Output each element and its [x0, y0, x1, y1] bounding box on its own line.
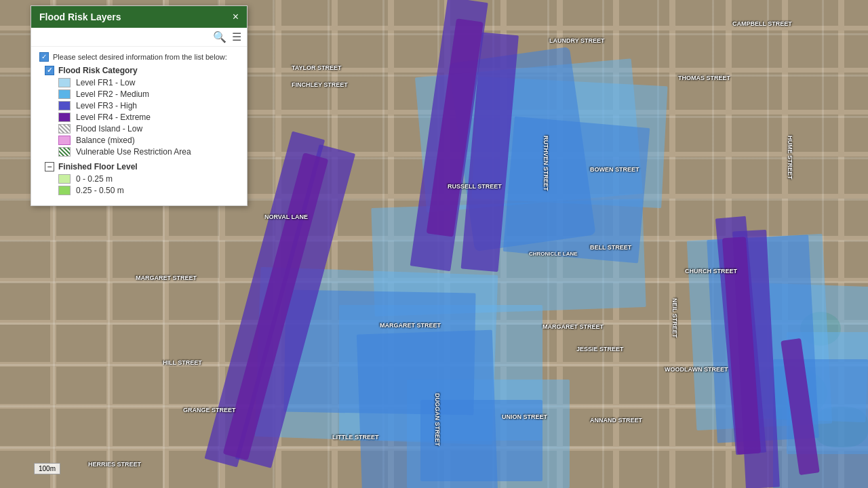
legend-item-fr3: Level FR3 - High: [58, 101, 239, 110]
legend-item-flood-island: Flood Island - Low: [58, 124, 239, 134]
fr2-label: Level FR2 - Medium: [76, 89, 149, 99]
ffl2-swatch: [58, 186, 71, 195]
balance-label: Balance (mixed): [76, 136, 135, 145]
fr2-swatch: [58, 89, 71, 99]
fr3-swatch: [58, 101, 71, 110]
ffl-category-label: Finished Floor Level: [58, 162, 138, 171]
flood-island-label: Flood Island - Low: [76, 124, 142, 134]
hint-checkbox[interactable]: [39, 52, 49, 62]
hint-row: Please select desired information from t…: [39, 52, 239, 62]
balance-swatch: [58, 136, 71, 145]
filter-icon[interactable]: ☰: [232, 30, 241, 43]
panel-content: Please select desired information from t…: [31, 47, 247, 205]
flood-risk-category-label: Flood Risk Category: [58, 66, 138, 75]
ffl1-swatch: [58, 174, 71, 184]
legend-item-fr2: Level FR2 - Medium: [58, 89, 239, 99]
panel-header: Flood Risk Layers ×: [31, 6, 247, 28]
legend-item-ffl1: 0 - 0.25 m: [58, 174, 239, 184]
vulnerable-swatch: [58, 147, 71, 157]
legend-item-balance: Balance (mixed): [58, 136, 239, 145]
legend-item-fr4: Level FR4 - Extreme: [58, 113, 239, 122]
flood-fr2-2: [503, 117, 650, 264]
flood-island-swatch: [58, 124, 71, 134]
vulnerable-label: Vulnerable Use Restriction Area: [76, 147, 191, 157]
fr4-label: Level FR4 - Extreme: [76, 113, 151, 122]
hint-text: Please select desired information from t…: [53, 53, 227, 61]
fr1-swatch: [58, 78, 71, 87]
fr3-label: Level FR3 - High: [76, 101, 137, 110]
scale-bar: 100m: [34, 463, 60, 474]
search-icon[interactable]: 🔍: [213, 30, 226, 43]
flood-risk-panel: Flood Risk Layers × 🔍 ☰ Please select de…: [31, 5, 248, 206]
panel-toolbar: 🔍 ☰: [31, 28, 247, 47]
flood-risk-category-checkbox[interactable]: [45, 66, 54, 75]
ffl-category-header: Finished Floor Level: [45, 162, 239, 171]
legend-item-vulnerable: Vulnerable Use Restriction Area: [58, 147, 239, 157]
ffl1-label: 0 - 0.25 m: [76, 174, 113, 184]
panel-title: Flood Risk Layers: [39, 12, 121, 22]
flood-risk-category-header: Flood Risk Category: [45, 66, 239, 75]
fr1-label: Level FR1 - Low: [76, 78, 135, 87]
scale-label: 100m: [39, 465, 56, 472]
legend-item-ffl2: 0.25 - 0.50 m: [58, 186, 239, 195]
ffl-category-checkbox[interactable]: [45, 162, 54, 171]
ffl2-label: 0.25 - 0.50 m: [76, 186, 124, 195]
fr4-swatch: [58, 113, 71, 122]
flood-fr2-7: [420, 400, 542, 481]
close-button[interactable]: ×: [233, 12, 239, 22]
legend-item-fr1: Level FR1 - Low: [58, 78, 239, 87]
